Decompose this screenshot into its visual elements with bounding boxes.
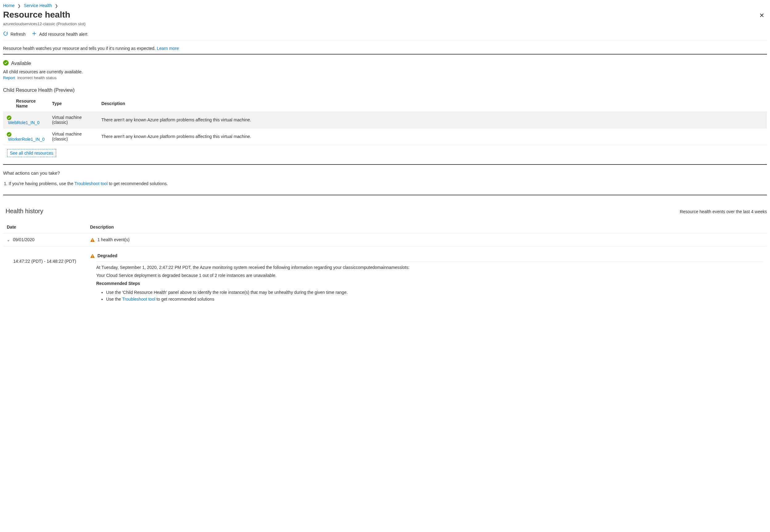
breadcrumb-service-health[interactable]: Service Health — [24, 3, 52, 8]
child-resources-table: Resource Name Type Description WebRole1_… — [3, 95, 767, 145]
refresh-label: Refresh — [10, 32, 26, 37]
cell-type: Virtual machine (classic) — [48, 128, 98, 145]
breadcrumb: Home ❯ Service Health ❯ — [3, 3, 767, 10]
chevron-down-icon[interactable]: ⌄ — [7, 238, 10, 242]
action-item: If you're having problems, use the Troub… — [9, 181, 767, 186]
warning-icon — [90, 254, 96, 258]
page-title: Resource health — [3, 10, 757, 20]
chevron-right-icon: ❯ — [53, 4, 60, 8]
rec-step: Use the 'Child Resource Health' panel ab… — [106, 289, 763, 296]
check-circle-icon — [3, 60, 9, 67]
degraded-line2: Your Cloud Service deployment is degrade… — [96, 273, 763, 278]
close-button[interactable]: ✕ — [757, 10, 767, 21]
degraded-line1: At Tuesday, September 1, 2020, 2:47:22 P… — [96, 265, 763, 270]
history-detail-row: 14:47:22 (PDT) - 14:48:22 (PDT) Degraded… — [3, 246, 767, 306]
history-row[interactable]: ⌄ 09/01/2020 1 health event(s) — [3, 233, 767, 246]
child-resources-heading: Child Resource Health (Preview) — [3, 80, 767, 95]
col-description[interactable]: Description — [98, 95, 767, 112]
health-history-subtitle: Resource health events over the last 4 w… — [680, 209, 767, 214]
intro-body: Resource health watches your resource an… — [3, 46, 156, 51]
health-history-table: Date Description ⌄ 09/01/2020 1 health e… — [3, 221, 767, 307]
cell-desc: There aren't any known Azure platform pr… — [98, 128, 767, 145]
action-post: to get recommended solutions. — [109, 181, 168, 186]
refresh-button[interactable]: Refresh — [3, 31, 26, 37]
rec-step: Use the Troubleshoot tool to get recomme… — [106, 296, 763, 303]
cell-desc: There aren't any known Azure platform pr… — [98, 112, 767, 128]
add-alert-button[interactable]: Add resource health alert — [32, 31, 87, 37]
action-pre: If you're having problems, use the — [9, 181, 73, 186]
cell-type: Virtual machine (classic) — [48, 112, 98, 128]
history-summary: 1 health event(s) — [97, 237, 129, 242]
add-alert-label: Add resource health alert — [39, 32, 87, 37]
resource-link-workerrole[interactable]: WorkerRole1_IN_0 — [8, 137, 45, 142]
health-history-title: Health history — [3, 208, 680, 215]
breadcrumb-home[interactable]: Home — [3, 3, 14, 8]
col-resource-name[interactable]: Resource Name — [3, 95, 48, 112]
history-date: 09/01/2020 — [13, 237, 35, 242]
resource-link-webrole[interactable]: WebRole1_IN_0 — [8, 120, 39, 125]
report-link[interactable]: Report — [3, 75, 15, 80]
history-time-range: 14:47:22 (PDT) - 14:48:22 (PDT) — [13, 259, 76, 264]
check-circle-icon — [7, 116, 11, 120]
col-date[interactable]: Date — [3, 221, 86, 234]
page-subtitle: azurecloudservices12-classic (Production… — [3, 22, 767, 26]
troubleshoot-tool-link[interactable]: Troubleshoot tool — [74, 181, 108, 186]
degraded-label: Degraded — [97, 253, 117, 258]
see-all-child-resources-link[interactable]: See all child resources — [7, 149, 56, 157]
troubleshoot-tool-link[interactable]: Troubleshoot tool — [122, 297, 155, 302]
intro-text: Resource health watches your resource an… — [3, 40, 767, 55]
status-state: Available — [11, 61, 31, 66]
refresh-icon — [3, 31, 8, 37]
recommended-steps-label: Recommended Steps — [96, 281, 763, 286]
toolbar: Refresh Add resource health alert — [3, 26, 767, 40]
status-message: All child resources are currently availa… — [3, 67, 767, 74]
plus-icon — [32, 31, 37, 37]
actions-question: What actions can you take? — [3, 165, 767, 177]
rec-step-pre: Use the — [106, 297, 121, 302]
rec-step-post: to get recommended solutions — [156, 297, 214, 302]
col-type[interactable]: Type — [48, 95, 98, 112]
check-circle-icon — [7, 132, 11, 137]
learn-more-link[interactable]: Learn more — [157, 46, 179, 51]
chevron-right-icon: ❯ — [16, 4, 22, 8]
col-description[interactable]: Description — [86, 221, 767, 234]
report-tail-text: incorrect health status — [17, 75, 56, 80]
warning-icon — [90, 238, 96, 242]
table-row[interactable]: WorkerRole1_IN_0 Virtual machine (classi… — [3, 128, 767, 145]
table-row[interactable]: WebRole1_IN_0 Virtual machine (classic) … — [3, 112, 767, 128]
